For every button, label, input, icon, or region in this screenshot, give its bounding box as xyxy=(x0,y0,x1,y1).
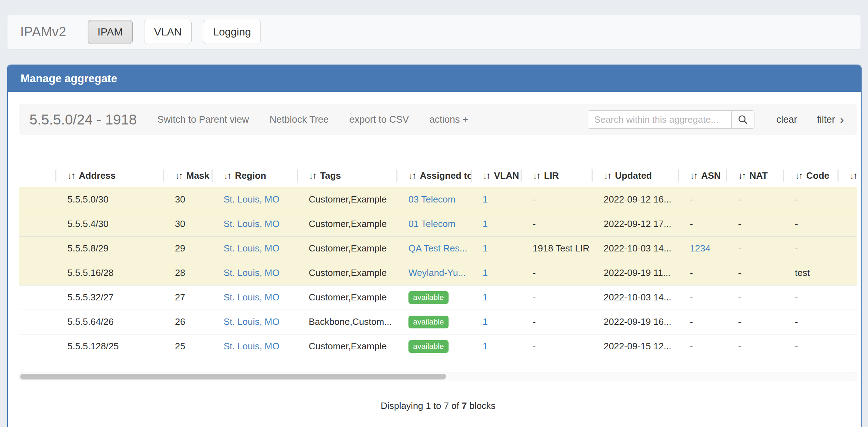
vlan-link[interactable]: 1 xyxy=(483,243,488,254)
switch-parent-view-link[interactable]: Switch to Parent view xyxy=(157,114,249,125)
vlan-link[interactable]: 1 xyxy=(483,341,488,351)
column-header-nat[interactable]: ↓↑NAT xyxy=(726,164,783,187)
cell-updated: 2022-10-03 14... xyxy=(592,236,678,261)
cell-address: 5.5.5.128/25 xyxy=(55,334,163,359)
vlan-link[interactable]: 1 xyxy=(483,218,488,229)
cell-mask: 29 xyxy=(163,236,211,261)
nav-tab-ipam[interactable]: IPAM xyxy=(88,20,133,44)
assigned-to-link[interactable]: 03 Telecom xyxy=(408,194,456,205)
column-header-vlan[interactable]: ↓↑VLAN xyxy=(471,164,521,187)
nav-tab-ipam-label: IPAM xyxy=(98,26,123,38)
cell-asn: - xyxy=(678,212,726,236)
table-row: 5.5.5.16/28 28 St. Louis, MO Customer,Ex… xyxy=(19,261,857,285)
cell-clipped xyxy=(837,285,857,310)
export-csv-link[interactable]: export to CSV xyxy=(349,114,409,125)
region-link[interactable]: St. Louis, MO xyxy=(224,341,280,351)
cell-vlan: 1 xyxy=(471,212,521,236)
table-row: 5.5.5.32/27 27 St. Louis, MO Customer,Ex… xyxy=(19,285,857,310)
table-row: 5.5.5.8/29 29 St. Louis, MO Customer,Exa… xyxy=(19,236,857,261)
cell-code: - xyxy=(783,236,837,261)
cell-mask: 25 xyxy=(163,334,211,359)
cell-nat: - xyxy=(726,212,783,236)
cell-tags: Customer,Example xyxy=(297,334,396,359)
actions-menu-link[interactable]: actions + xyxy=(429,114,468,125)
search-input[interactable] xyxy=(588,110,732,129)
region-link[interactable]: St. Louis, MO xyxy=(224,243,280,254)
cell-vlan: 1 xyxy=(471,285,521,310)
cell-vlan: 1 xyxy=(471,261,521,285)
vlan-link[interactable]: 1 xyxy=(483,292,488,303)
assigned-to-link[interactable]: QA Test Res... xyxy=(408,243,467,254)
cell-nat: - xyxy=(726,334,783,359)
column-header-assigned-to[interactable]: ↓↑Assigned to xyxy=(396,164,471,187)
column-header-region[interactable]: ↓↑Region xyxy=(211,164,297,187)
cell-asn: - xyxy=(678,310,726,334)
cell-updated: 2022-09-15 12... xyxy=(592,334,678,359)
clear-link[interactable]: clear xyxy=(776,114,797,125)
sort-icon: ↓↑ xyxy=(224,170,231,181)
sort-icon: ↓↑ xyxy=(175,170,182,181)
sort-icon: ↓↑ xyxy=(309,170,316,181)
sort-icon: ↓↑ xyxy=(604,170,611,181)
search-button[interactable] xyxy=(732,110,754,129)
netblock-table-scroll-area: ↓↑Address ↓↑Mask ↓↑Region ↓↑Tags ↓↑Assig… xyxy=(19,164,857,359)
cell-nat: - xyxy=(726,236,783,261)
cell-updated: 2022-09-19 11... xyxy=(592,261,678,285)
cell-address: 5.5.5.16/28 xyxy=(55,261,163,285)
netblock-tree-link[interactable]: Netblock Tree xyxy=(270,114,329,125)
column-header-clipped[interactable]: ↓↑ xyxy=(837,164,857,187)
cell-region: St. Louis, MO xyxy=(211,310,297,334)
cell-clipped xyxy=(837,261,857,285)
sort-icon: ↓↑ xyxy=(533,170,540,181)
footer-total-count: 7 xyxy=(462,400,467,411)
region-link[interactable]: St. Louis, MO xyxy=(224,218,280,229)
app-brand: IPAMv2 xyxy=(20,24,66,39)
vlan-link[interactable]: 1 xyxy=(483,194,488,205)
asn-link[interactable]: 1234 xyxy=(690,243,710,254)
cell-spacer xyxy=(19,285,55,310)
sort-icon: ↓↑ xyxy=(483,170,490,181)
cell-asn: 1234 xyxy=(678,236,726,261)
horizontal-scrollbar-track[interactable] xyxy=(19,372,857,381)
column-header-tags[interactable]: ↓↑Tags xyxy=(297,164,396,187)
cell-address: 5.5.5.32/27 xyxy=(55,285,163,310)
column-label: Mask xyxy=(186,170,209,181)
cell-clipped xyxy=(837,334,857,359)
cell-updated: 2022-09-12 17... xyxy=(592,212,678,236)
nav-tab-vlan[interactable]: VLAN xyxy=(144,20,192,44)
cell-updated: 2022-10-03 14... xyxy=(592,285,678,310)
region-link[interactable]: St. Louis, MO xyxy=(224,267,280,278)
cell-vlan: 1 xyxy=(471,334,521,359)
aggregate-toolbar: 5.5.5.0/24 - 1918 Switch to Parent view … xyxy=(19,104,857,135)
cell-lir: - xyxy=(521,334,592,359)
filter-link[interactable]: filter › xyxy=(817,114,844,125)
column-header-mask[interactable]: ↓↑Mask xyxy=(163,164,211,187)
region-link[interactable]: St. Louis, MO xyxy=(224,292,280,303)
horizontal-scrollbar-thumb[interactable] xyxy=(20,374,446,379)
column-header-updated[interactable]: ↓↑Updated xyxy=(592,164,678,187)
cell-tags: Customer,Example xyxy=(297,212,396,236)
vlan-link[interactable]: 1 xyxy=(483,267,488,278)
column-header-code[interactable]: ↓↑Code xyxy=(783,164,837,187)
cell-code: - xyxy=(783,187,837,212)
cell-mask: 30 xyxy=(163,187,211,212)
cell-tags: Customer,Example xyxy=(297,236,396,261)
region-link[interactable]: St. Louis, MO xyxy=(224,316,280,327)
nav-tab-logging[interactable]: Logging xyxy=(203,20,261,44)
cell-tags: Customer,Example xyxy=(297,285,396,310)
region-link[interactable]: St. Louis, MO xyxy=(224,194,280,205)
sort-icon: ↓↑ xyxy=(690,170,697,181)
column-header-lir[interactable]: ↓↑LIR xyxy=(521,164,592,187)
available-status-badge: available xyxy=(408,291,449,304)
assigned-to-link[interactable]: Weyland-Yu... xyxy=(408,267,466,278)
cell-vlan: 1 xyxy=(471,236,521,261)
vlan-link[interactable]: 1 xyxy=(483,316,488,327)
cell-region: St. Louis, MO xyxy=(211,261,297,285)
search-group: clear filter › xyxy=(588,110,847,129)
cell-nat: - xyxy=(726,310,783,334)
cell-code: - xyxy=(783,285,837,310)
assigned-to-link[interactable]: 01 Telecom xyxy=(408,218,456,229)
column-label: LIR xyxy=(544,170,559,181)
column-header-address[interactable]: ↓↑Address xyxy=(55,164,163,187)
column-header-asn[interactable]: ↓↑ASN xyxy=(678,164,726,187)
